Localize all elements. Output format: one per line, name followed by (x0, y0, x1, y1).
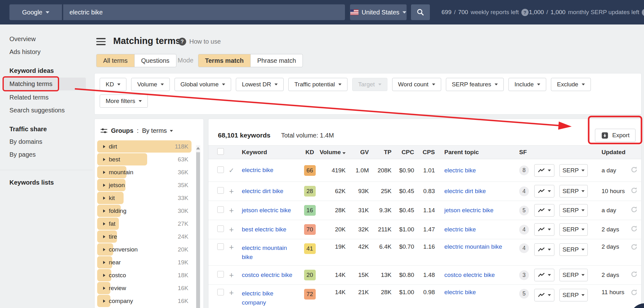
refresh-icon[interactable] (630, 239, 639, 252)
group-item-near[interactable]: near19K (97, 256, 192, 269)
keyword-search-input[interactable] (63, 4, 345, 20)
tab-terms-match[interactable]: Terms match (198, 54, 250, 67)
group-item-best[interactable]: best63K (97, 153, 192, 166)
serp-features-count[interactable]: 4 (519, 225, 529, 235)
sidebar-item-matching-terms[interactable]: Matching terms (3, 78, 86, 90)
parent-topic-link[interactable]: electric bike (444, 289, 476, 295)
keyword-link[interactable]: costco electric bike (242, 272, 292, 278)
col-parent-topic[interactable]: Parent topic (435, 149, 514, 156)
filter-include[interactable]: Include (508, 78, 546, 91)
row-checkbox[interactable] (217, 289, 224, 295)
serp-button[interactable]: SERP (559, 243, 588, 256)
serp-button[interactable]: SERP (559, 289, 588, 301)
refresh-icon[interactable] (630, 271, 639, 279)
sidebar-item-overview[interactable]: Overview (0, 33, 93, 46)
serp-features-count[interactable]: 4 (519, 243, 529, 253)
col-cps[interactable]: CPS (414, 149, 435, 156)
position-history-button[interactable] (534, 243, 554, 256)
parent-topic-link[interactable]: electric bike (444, 226, 476, 233)
parent-topic-link[interactable]: jetson electric bike (444, 207, 493, 213)
groups-mode-dropdown[interactable]: By terms (142, 127, 173, 134)
keyword-link[interactable]: electric mountain bike (242, 245, 287, 260)
group-item-conversion[interactable]: conversion20K (97, 243, 192, 256)
refresh-icon[interactable] (630, 206, 639, 215)
keyword-link[interactable]: electric bike (242, 167, 273, 173)
position-history-button[interactable] (534, 269, 554, 281)
group-item-review[interactable]: review16K (97, 282, 192, 294)
tab-questions[interactable]: Questions (134, 54, 176, 67)
search-button[interactable] (411, 4, 430, 20)
position-history-button[interactable] (534, 164, 554, 177)
refresh-icon[interactable] (630, 166, 639, 175)
help-icon[interactable]: ? (521, 9, 529, 16)
keyword-link[interactable]: electric bike company (242, 290, 273, 306)
row-checkbox[interactable] (217, 271, 224, 278)
export-button[interactable]: Export (595, 129, 636, 142)
col-kd[interactable]: KD (301, 149, 319, 156)
col-volume[interactable]: Volume (319, 149, 346, 156)
country-selector[interactable]: United States (350, 4, 407, 20)
row-checkbox[interactable] (217, 206, 224, 213)
how-to-use-link[interactable]: ? How to use (178, 38, 221, 46)
serp-features-count[interactable]: 8 (519, 165, 529, 175)
add-to-list-icon[interactable]: + (225, 187, 238, 195)
row-checkbox[interactable] (217, 187, 224, 194)
group-item-folding[interactable]: folding30K (97, 204, 192, 217)
refresh-icon[interactable] (630, 225, 639, 234)
select-all-checkbox[interactable] (217, 148, 224, 155)
serp-features-count[interactable]: 4 (519, 186, 529, 196)
serp-features-count[interactable]: 5 (519, 206, 529, 215)
sidebar-item-related-terms[interactable]: Related terms (0, 91, 93, 104)
sidebar-item-search-suggestions[interactable]: Search suggestions (0, 104, 93, 117)
serp-button[interactable]: SERP (559, 269, 588, 281)
group-item-dirt[interactable]: dirt118K (97, 140, 192, 153)
group-item-jetson[interactable]: jetson35K (97, 179, 192, 192)
col-keyword[interactable]: Keyword (238, 148, 301, 157)
serp-button[interactable]: SERP (559, 185, 588, 197)
filter-lowest-dr[interactable]: Lowest DR (236, 78, 284, 91)
position-history-button[interactable] (534, 204, 554, 217)
filter-word-count[interactable]: Word count (392, 78, 441, 91)
position-history-button[interactable] (534, 223, 554, 236)
group-item-costco[interactable]: costco18K (97, 269, 192, 282)
col-gv[interactable]: GV (346, 149, 369, 156)
filter-exclude[interactable]: Exclude (551, 78, 591, 91)
more-filters-button[interactable]: More filters (100, 95, 148, 108)
col-cpc[interactable]: CPC (391, 149, 414, 156)
help-icon[interactable]: ? (642, 9, 644, 16)
group-item-tire[interactable]: tire24K (97, 230, 192, 243)
parent-topic-link[interactable]: electric dirt bike (444, 188, 486, 194)
serp-features-count[interactable]: 5 (519, 289, 529, 299)
serp-button[interactable]: SERP (559, 204, 588, 217)
tab-phrase-match[interactable]: Phrase match (250, 54, 303, 67)
add-to-list-icon[interactable]: + (225, 226, 238, 234)
group-item-fat[interactable]: fat27K (97, 217, 192, 230)
serp-button[interactable]: SERP (559, 223, 588, 236)
col-tp[interactable]: TP (369, 149, 391, 156)
add-to-list-icon[interactable]: + (225, 207, 238, 214)
search-engine-selector[interactable]: Google (9, 4, 62, 20)
filter-traffic-potential[interactable]: Traffic potential (288, 78, 347, 91)
groups-scrollbar[interactable] (196, 145, 200, 308)
parent-topic-link[interactable]: costco electric bike (444, 272, 495, 278)
keyword-list-check-icon[interactable]: ✓ (225, 167, 238, 174)
refresh-icon[interactable] (630, 187, 639, 196)
filter-volume[interactable]: Volume (131, 78, 169, 91)
serp-button[interactable]: SERP (559, 164, 588, 177)
refresh-icon[interactable] (630, 285, 639, 298)
position-history-button[interactable] (534, 289, 554, 301)
add-to-list-icon[interactable]: + (225, 271, 238, 279)
parent-topic-link[interactable]: electric bike (444, 167, 476, 174)
sidebar-item-ads-history[interactable]: Ads history (0, 46, 93, 58)
parent-topic-link[interactable]: electric mountain bike (444, 243, 502, 250)
keyword-link[interactable]: jetson electric bike (242, 207, 291, 213)
add-to-list-icon[interactable]: + (225, 285, 238, 297)
serp-features-count[interactable]: 3 (519, 270, 529, 280)
keyword-link[interactable]: best electric bike (242, 226, 286, 233)
filter-kd[interactable]: KD (100, 78, 126, 91)
row-checkbox[interactable] (217, 225, 224, 232)
keyword-link[interactable]: electric dirt bike (242, 188, 283, 194)
filter-global-volume[interactable]: Global volume (175, 78, 231, 91)
col-sf[interactable]: SF (514, 149, 534, 156)
scroll-up-arrow[interactable] (196, 147, 200, 149)
